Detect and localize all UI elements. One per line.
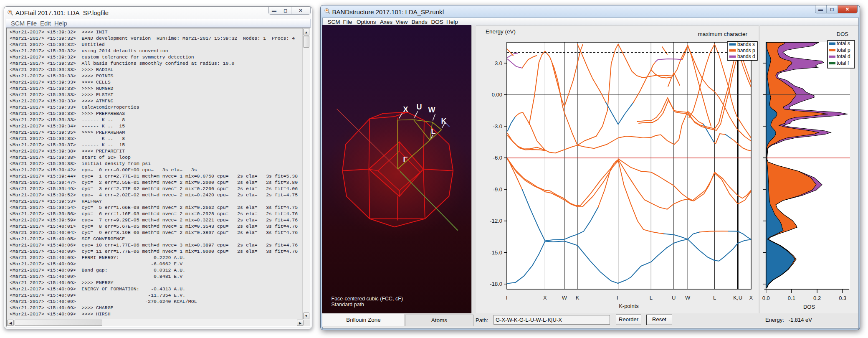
svg-text:U: U [416,102,422,111]
svg-text:Γ: Γ [506,295,509,301]
svg-text:W: W [562,295,567,301]
svg-text:X: X [403,105,408,113]
svg-text:Standard path: Standard path [331,301,364,307]
svg-text:K-points: K-points [619,303,639,309]
svg-text:bands s: bands s [737,41,755,47]
svg-text:-6.0: -6.0 [493,155,502,161]
svg-text:bands p: bands p [737,48,755,53]
svg-text:0.1: 0.1 [788,295,795,301]
svg-text:0.00: 0.00 [492,91,502,98]
svg-text:total p: total p [837,47,850,53]
svg-text:Energy (eV): Energy (eV) [486,28,516,35]
svg-text:0.0: 0.0 [762,295,770,301]
svg-text:total s: total s [837,41,850,46]
svg-text:L: L [431,127,435,135]
svg-text:W: W [685,295,691,301]
svg-text:Γ: Γ [617,295,620,301]
svg-text:total d: total d [837,53,850,59]
svg-text:maximum character: maximum character [698,31,747,37]
svg-text:L: L [713,295,716,301]
svg-text:L: L [650,295,653,301]
svg-text:Γ: Γ [403,155,407,163]
svg-text:-9.0: -9.0 [493,186,502,193]
svg-text:W: W [428,105,435,114]
svg-text:3.0: 3.0 [495,60,502,66]
svg-text:0.2: 0.2 [813,295,821,301]
svg-text:-12.0: -12.0 [490,218,502,224]
svg-text:DOS: DOS [837,31,849,37]
svg-text:K: K [441,117,446,125]
svg-text:0.3: 0.3 [839,295,846,301]
svg-text:-3.0: -3.0 [493,123,502,130]
svg-text:X: X [749,295,753,301]
svg-text:DOS: DOS [803,304,815,310]
svg-text:-15.0: -15.0 [490,249,502,256]
svg-text:K,U: K,U [733,295,742,301]
svg-text:-18.0: -18.0 [490,281,502,287]
svg-text:Face-centered cubic (FCC, cF): Face-centered cubic (FCC, cF) [331,295,403,301]
svg-text:K: K [576,295,580,301]
svg-text:X: X [543,295,547,301]
svg-text:bands d: bands d [737,53,755,59]
svg-text:total f: total f [837,60,849,66]
svg-text:U: U [672,295,676,301]
